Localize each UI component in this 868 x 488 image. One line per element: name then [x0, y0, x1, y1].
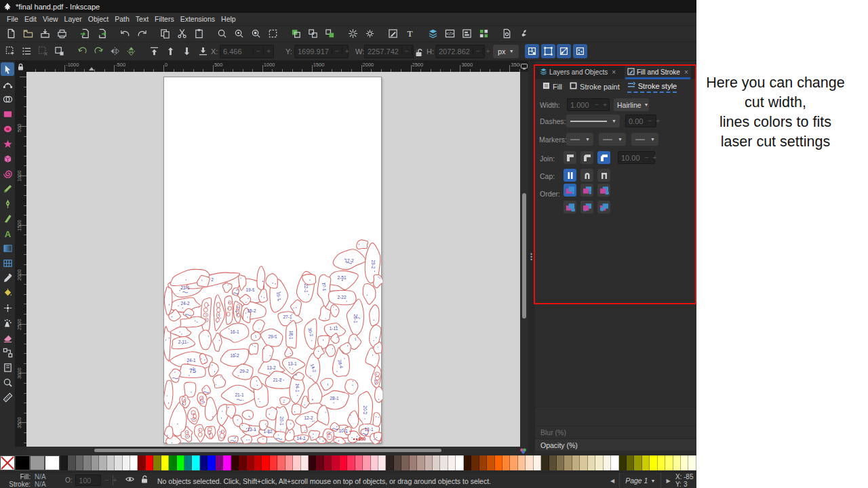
zoom-tool[interactable]: [1, 375, 14, 389]
open-document-icon[interactable]: [22, 28, 34, 39]
palette-swatch[interactable]: [658, 455, 665, 470]
fill-stroke-indicator[interactable]: Fill:N/A Stroke:N/A: [2, 473, 46, 488]
previous-page-button[interactable]: ◀: [606, 478, 619, 484]
palette-swatch[interactable]: [169, 455, 176, 470]
palette-swatch[interactable]: [107, 455, 115, 470]
lock-ratio-icon[interactable]: [415, 47, 423, 60]
palette-swatch[interactable]: [673, 455, 681, 470]
palette-swatch[interactable]: [549, 455, 557, 470]
palette-swatch[interactable]: [595, 455, 603, 470]
palette-swatch[interactable]: [316, 455, 323, 470]
palette-swatch[interactable]: [83, 455, 91, 470]
paintbucket-tool[interactable]: [1, 286, 14, 300]
scale-gradient-toggle[interactable]: [557, 44, 571, 58]
eraser-tool[interactable]: [1, 331, 14, 344]
palette-swatch[interactable]: [464, 455, 471, 470]
palette-swatch[interactable]: [557, 455, 564, 470]
palette-swatch[interactable]: [371, 455, 378, 470]
palette-swatch[interactable]: [200, 455, 208, 470]
palette-options-icon[interactable]: [518, 447, 528, 454]
enter-group-icon[interactable]: [324, 28, 336, 39]
palette-swatch[interactable]: [285, 455, 293, 470]
palette-swatch[interactable]: [324, 455, 332, 470]
unlink-clone-icon[interactable]: [364, 28, 376, 39]
rows-columns-icon[interactable]: [478, 28, 490, 39]
lower-to-bottom-icon[interactable]: [197, 45, 209, 57]
y-input[interactable]: 1699.917−+: [294, 45, 349, 58]
palette-swatch[interactable]: [611, 455, 618, 470]
palette-swatch[interactable]: [355, 455, 363, 470]
connector-tool[interactable]: [1, 346, 14, 359]
palette-swatch[interactable]: [665, 455, 673, 470]
page-tool[interactable]: [1, 361, 14, 374]
page-selector[interactable]: Page 1▼: [619, 472, 661, 488]
palette-swatch[interactable]: [471, 455, 479, 470]
select-all-icon[interactable]: [5, 45, 16, 57]
palette-swatch[interactable]: [448, 455, 456, 470]
selection-box-icon[interactable]: [54, 45, 65, 57]
scale-stroke-toggle[interactable]: [525, 44, 539, 58]
import-icon[interactable]: [79, 28, 91, 39]
palette-swatch[interactable]: [239, 455, 246, 470]
palette-swatch[interactable]: [541, 455, 549, 470]
opacity-row[interactable]: Opacity (%): [535, 439, 696, 451]
node-tool[interactable]: [1, 77, 14, 91]
vertical-scrollbar-thumb[interactable]: [522, 193, 526, 319]
copy-icon[interactable]: [159, 28, 171, 39]
menu-extensions[interactable]: Extensions: [179, 13, 216, 26]
palette-swatch[interactable]: [650, 455, 657, 470]
redo-icon[interactable]: [136, 28, 148, 39]
palette-swatch[interactable]: [580, 455, 587, 470]
palette-swatch[interactable]: [138, 455, 145, 470]
pen-tool[interactable]: [1, 197, 14, 210]
save-document-icon[interactable]: [39, 28, 51, 39]
palette-swatch[interactable]: [502, 455, 510, 470]
selector-tool[interactable]: [1, 62, 14, 76]
palette-swatch[interactable]: [123, 455, 130, 470]
palette-swatch[interactable]: [572, 455, 580, 470]
palette-swatch[interactable]: [425, 455, 433, 470]
palette-swatch[interactable]: [223, 455, 231, 470]
rotate-cw-icon[interactable]: [93, 45, 104, 57]
units-dropdown[interactable]: px▼: [493, 45, 519, 58]
zoom-selection-icon[interactable]: [216, 28, 228, 39]
rectangle-tool[interactable]: [1, 107, 14, 121]
menu-path[interactable]: Path: [113, 13, 131, 26]
palette-swatch[interactable]: [564, 455, 572, 470]
box3d-tool[interactable]: [1, 152, 14, 165]
menu-text[interactable]: Text: [134, 13, 150, 26]
palette-swatch[interactable]: [247, 455, 254, 470]
palette-swatch[interactable]: [192, 455, 199, 470]
zoom-drawing-icon[interactable]: [233, 28, 245, 39]
export-icon[interactable]: [96, 28, 108, 39]
palette-swatch[interactable]: [254, 455, 262, 470]
palette-swatch[interactable]: [417, 455, 425, 470]
dropper-tool[interactable]: [1, 271, 14, 285]
palette-swatch[interactable]: [340, 455, 347, 470]
palette-swatch[interactable]: [378, 455, 386, 470]
palette-swatch[interactable]: [681, 455, 688, 470]
mesh-tool[interactable]: [1, 256, 14, 270]
palette-swatch[interactable]: [634, 455, 642, 470]
palette-swatch[interactable]: [208, 455, 215, 470]
palette-swatch[interactable]: [518, 455, 526, 470]
menu-file[interactable]: File: [5, 13, 20, 26]
palette-swatch[interactable]: [146, 455, 153, 470]
deselect-icon[interactable]: [37, 45, 49, 57]
palette-swatch[interactable]: [363, 455, 370, 470]
palette-swatch[interactable]: [270, 455, 277, 470]
ellipse-tool[interactable]: [1, 122, 14, 136]
calligraphy-tool[interactable]: [1, 211, 14, 225]
lower-icon[interactable]: [181, 45, 193, 57]
x-input[interactable]: 6.466−+: [220, 45, 274, 58]
palette-swatch[interactable]: [386, 455, 393, 470]
shape-builder-tool[interactable]: [1, 92, 14, 106]
tweak-tool[interactable]: [1, 301, 14, 314]
layers-dialog-icon[interactable]: [427, 28, 439, 39]
palette-swatch[interactable]: [216, 455, 223, 470]
raise-icon[interactable]: [165, 45, 176, 57]
palette-swatch[interactable]: [604, 455, 611, 470]
spray-tool[interactable]: [1, 316, 14, 329]
cut-icon[interactable]: [176, 28, 188, 39]
palette-swatch[interactable]: [293, 455, 300, 470]
